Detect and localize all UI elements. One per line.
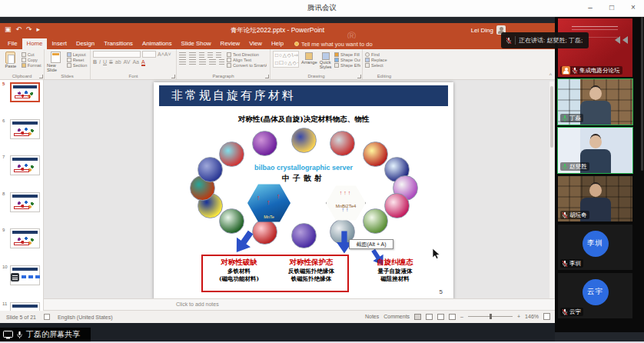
fit-to-window-icon[interactable] bbox=[543, 313, 550, 320]
slide-thumbnail-11[interactable]: 11 bbox=[0, 301, 44, 311]
dialog-launcher-icon[interactable] bbox=[39, 75, 43, 78]
slide-thumbnail-7[interactable]: 7 bbox=[0, 154, 44, 188]
cut-button[interactable]: Cut bbox=[22, 52, 42, 57]
bold-button[interactable]: B bbox=[93, 59, 97, 65]
category-box: 对称性破缺 多铁材料 (磁电功能材料) 对称性保护态 反铁磁拓扑绝缘体 铁磁拓扑… bbox=[201, 255, 349, 292]
find-button[interactable]: Find bbox=[365, 52, 404, 57]
tab-help[interactable]: Help bbox=[267, 38, 288, 49]
screen-share-indicator[interactable]: 丁磊的屏幕共享 bbox=[0, 328, 91, 341]
shape-effects-button[interactable]: Shape Effects bbox=[334, 63, 360, 68]
change-case-button[interactable]: Aa bbox=[132, 59, 139, 65]
columns-icon[interactable] bbox=[219, 59, 224, 65]
copy-button[interactable]: Copy bbox=[22, 58, 42, 62]
tell-me-box[interactable]: Tell me what you want to do bbox=[294, 38, 373, 49]
slide-sorter-icon[interactable] bbox=[426, 314, 433, 320]
shapes-gallery[interactable]: □○△◇\⇨□☐○△◇~ bbox=[273, 51, 299, 68]
char-spacing-button[interactable]: AV bbox=[124, 59, 131, 65]
participant-body bbox=[580, 101, 611, 125]
increase-indent-icon[interactable] bbox=[207, 52, 213, 58]
shape-fill-button[interactable]: Shape Fill bbox=[334, 52, 360, 57]
strikethrough-button[interactable]: S bbox=[109, 59, 113, 65]
tab-animations[interactable]: Animations bbox=[138, 38, 177, 49]
align-text-button[interactable]: Align Text bbox=[227, 58, 267, 62]
reading-view-icon[interactable] bbox=[437, 314, 444, 320]
align-center-icon[interactable] bbox=[189, 59, 196, 65]
notes-pane[interactable]: Click to add notes bbox=[44, 298, 555, 311]
numbering-icon[interactable] bbox=[189, 52, 196, 58]
zoom-slider[interactable] bbox=[468, 316, 513, 317]
text-shadow-button[interactable]: ab bbox=[115, 59, 121, 65]
canvas-scrollbar[interactable] bbox=[549, 82, 554, 308]
layout-button[interactable]: Layout bbox=[67, 52, 88, 57]
replace-button[interactable]: Replace bbox=[365, 58, 404, 62]
reset-button[interactable]: Reset bbox=[67, 58, 88, 62]
notes-toggle[interactable]: Notes bbox=[365, 314, 379, 319]
dialog-launcher-icon[interactable] bbox=[171, 75, 175, 78]
list-buttons[interactable] bbox=[179, 52, 224, 58]
new-slide-button[interactable]: New Slide bbox=[47, 51, 65, 72]
tab-home[interactable]: Home bbox=[22, 38, 48, 49]
collapse-ribbon-icon[interactable]: ^ bbox=[549, 72, 552, 78]
participant-tile-2[interactable]: 丁磊 bbox=[558, 79, 632, 125]
quick-styles-button[interactable]: Quick Styles bbox=[320, 51, 332, 72]
underline-button[interactable]: U bbox=[103, 59, 107, 65]
language-indicator[interactable]: English (United States) bbox=[58, 315, 113, 320]
spellcheck-icon[interactable] bbox=[44, 314, 50, 320]
slide-thumbnail-10[interactable]: 10 bbox=[0, 264, 44, 298]
tab-transitions[interactable]: Transitions bbox=[99, 38, 138, 49]
italic-button[interactable]: I bbox=[99, 59, 101, 65]
align-right-icon[interactable] bbox=[199, 59, 206, 65]
bullets-icon[interactable] bbox=[179, 52, 186, 58]
zoom-out-icon[interactable]: – bbox=[460, 314, 463, 319]
minimize-button[interactable]: – bbox=[579, 0, 601, 17]
paste-button[interactable]: Paste bbox=[2, 51, 19, 72]
close-button[interactable]: × bbox=[622, 0, 644, 17]
tab-view[interactable]: View bbox=[244, 38, 267, 49]
participant-tile-6[interactable]: 云宇云宇 bbox=[558, 273, 632, 318]
dialog-launcher-icon[interactable] bbox=[265, 75, 269, 78]
section-button[interactable]: Section bbox=[67, 63, 88, 68]
line-spacing-icon[interactable] bbox=[216, 52, 221, 58]
shape-outline-button[interactable]: Shape Outline bbox=[334, 58, 360, 62]
text-direction-button[interactable]: Text Direction bbox=[227, 52, 267, 57]
slide[interactable]: 非常规自旋有序材料 对称性(晶体及自旋)决定材料物态、物性 bilbao cry… bbox=[154, 82, 453, 300]
align-buttons[interactable] bbox=[179, 59, 224, 65]
participant-tile-3[interactable]: 赵燮胜 bbox=[558, 128, 632, 173]
slide-thumbnail-9[interactable]: 9 bbox=[0, 227, 44, 261]
slide-thumbnail-6[interactable]: 6 bbox=[0, 118, 44, 152]
arrange-button[interactable]: Arrange bbox=[301, 51, 317, 72]
justify-icon[interactable] bbox=[209, 59, 216, 65]
convert-smartart-button[interactable]: Convert to SmartArt bbox=[227, 63, 267, 68]
speaking-banner: 正在讲话: 赵燮胜; 丁磊; bbox=[501, 32, 589, 48]
participant-name: 云宇 bbox=[569, 308, 581, 316]
dialog-launcher-icon[interactable] bbox=[357, 75, 361, 78]
crystal-structure-thumb bbox=[363, 208, 388, 234]
maximize-button[interactable]: □ bbox=[601, 0, 622, 17]
font-color-button[interactable]: A bbox=[141, 59, 145, 66]
tab-file[interactable]: File bbox=[3, 38, 22, 49]
grow-shrink-font-icon[interactable]: A˄A˅ bbox=[158, 52, 171, 57]
normal-view-icon[interactable] bbox=[414, 314, 421, 320]
slide-thumbnail-8[interactable]: 8 bbox=[0, 191, 44, 225]
zoom-in-icon[interactable]: + bbox=[517, 314, 520, 319]
slideshow-icon[interactable] bbox=[449, 314, 456, 320]
crystal-structure-thumb bbox=[219, 142, 244, 167]
format-painter-button[interactable]: Format Painter bbox=[22, 63, 42, 68]
tab-review[interactable]: Review bbox=[216, 38, 245, 49]
text-direction-icon bbox=[227, 52, 231, 57]
participant-tile-4[interactable]: 胡坛奇 bbox=[558, 176, 632, 221]
tab-insert[interactable]: Insert bbox=[47, 38, 71, 49]
comments-toggle[interactable]: Comments bbox=[383, 314, 410, 319]
align-left-icon[interactable] bbox=[179, 59, 186, 65]
font-size-box[interactable] bbox=[142, 51, 156, 58]
sidebar-scrollbar[interactable] bbox=[641, 17, 643, 171]
font-format-buttons[interactable]: B I U S ab AV Aa A bbox=[93, 59, 174, 66]
tab-slide-show[interactable]: Slide Show bbox=[177, 38, 216, 49]
slide-thumbnail-5[interactable]: 5 bbox=[0, 81, 44, 115]
decrease-indent-icon[interactable] bbox=[199, 52, 204, 58]
font-name-box[interactable] bbox=[93, 51, 141, 58]
zoom-level[interactable]: 146% bbox=[525, 314, 539, 319]
participant-tile-5[interactable]: 李圳李圳 bbox=[558, 225, 632, 270]
tab-design[interactable]: Design bbox=[71, 38, 99, 49]
select-button[interactable]: Select bbox=[365, 63, 404, 68]
